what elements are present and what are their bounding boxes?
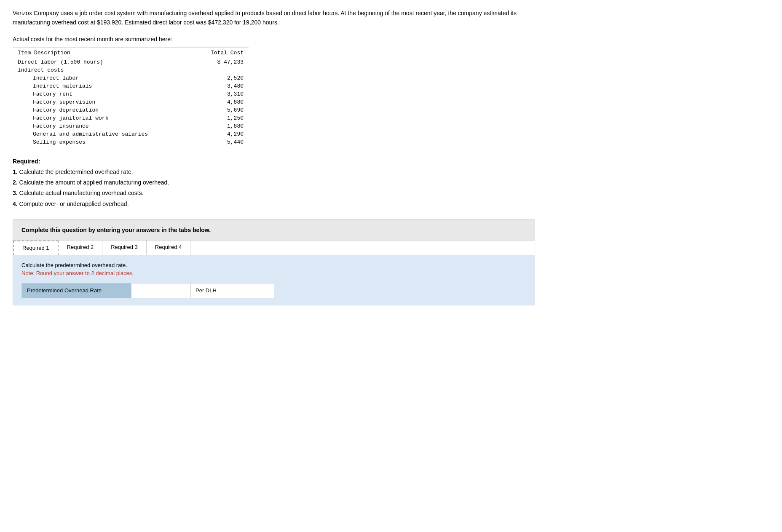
answer-row: Predetermined Overhead Rate Per DLH — [21, 283, 274, 298]
row-item: Indirect labor — [13, 74, 181, 82]
cost-table: Item Description Total Cost Direct labor… — [13, 48, 249, 146]
col-header-item: Item Description — [13, 48, 181, 58]
predetermined-overhead-rate-input[interactable] — [131, 283, 190, 298]
table-row: Factory supervision4,880 — [13, 98, 249, 106]
table-row: Factory rent3,310 — [13, 90, 249, 98]
required-item: 1. Calculate the predetermined overhead … — [13, 167, 769, 177]
tabs-row: Required 1Required 2Required 3Required 4 — [13, 241, 535, 255]
row-cost: 1,880 — [181, 122, 249, 130]
row-cost: 3,310 — [181, 90, 249, 98]
row-item: Factory rent — [13, 90, 181, 98]
required-item: 3. Calculate actual manufacturing overhe… — [13, 188, 769, 198]
tab-req1[interactable]: Required 1 — [13, 241, 59, 255]
row-cost: 2,520 — [181, 74, 249, 82]
row-cost: $ 47,233 — [181, 58, 249, 66]
row-cost: 1,250 — [181, 114, 249, 122]
table-row: Indirect labor2,520 — [13, 74, 249, 82]
answer-unit: Per DLH — [190, 285, 222, 296]
tabs-container: Required 1Required 2Required 3Required 4… — [13, 241, 535, 305]
table-row: Factory insurance1,880 — [13, 122, 249, 130]
row-item: Factory insurance — [13, 122, 181, 130]
table-row: Indirect costs — [13, 66, 249, 74]
row-item: Factory janitorial work — [13, 114, 181, 122]
row-item: Factory supervision — [13, 98, 181, 106]
actual-costs-label: Actual costs for the most recent month a… — [13, 36, 769, 43]
tab-req2[interactable]: Required 2 — [59, 241, 103, 255]
tab1-instruction: Calculate the predetermined overhead rat… — [21, 262, 526, 268]
table-row: Factory depreciation5,690 — [13, 106, 249, 114]
complete-question-label: Complete this question by entering your … — [21, 227, 211, 233]
row-item: General and administrative salaries — [13, 130, 181, 138]
table-row: Factory janitorial work1,250 — [13, 114, 249, 122]
row-cost: 4,880 — [181, 98, 249, 106]
table-row: General and administrative salaries4,290 — [13, 130, 249, 138]
row-cost: 4,290 — [181, 130, 249, 138]
required-heading: Required: — [13, 158, 40, 165]
complete-question-box: Complete this question by entering your … — [13, 219, 535, 241]
row-item: Factory depreciation — [13, 106, 181, 114]
table-row: Direct labor (1,500 hours)$ 47,233 — [13, 58, 249, 66]
intro-paragraph: Verizox Company uses a job order cost sy… — [13, 8, 518, 27]
required-item: 2. Calculate the amount of applied manuf… — [13, 177, 769, 188]
row-cost: 5,440 — [181, 138, 249, 146]
answer-label: Predetermined Overhead Rate — [22, 283, 131, 298]
tab1-note: Note: Round your answer to 2 decimal pla… — [21, 270, 526, 276]
col-header-cost: Total Cost — [181, 48, 249, 58]
table-row: Selling expenses5,440 — [13, 138, 249, 146]
required-section: Required: 1. Calculate the predetermined… — [13, 156, 769, 209]
row-cost — [181, 66, 249, 74]
row-item: Indirect costs — [13, 66, 181, 74]
tab-req3[interactable]: Required 3 — [102, 241, 147, 255]
row-item: Direct labor (1,500 hours) — [13, 58, 181, 66]
row-item: Selling expenses — [13, 138, 181, 146]
tab-req4[interactable]: Required 4 — [147, 241, 191, 255]
tab1-content: Calculate the predetermined overhead rat… — [13, 255, 535, 305]
row-item: Indirect materials — [13, 82, 181, 90]
row-cost: 3,480 — [181, 82, 249, 90]
table-row: Indirect materials3,480 — [13, 82, 249, 90]
row-cost: 5,690 — [181, 106, 249, 114]
required-item: 4. Compute over- or underapplied overhea… — [13, 199, 769, 209]
